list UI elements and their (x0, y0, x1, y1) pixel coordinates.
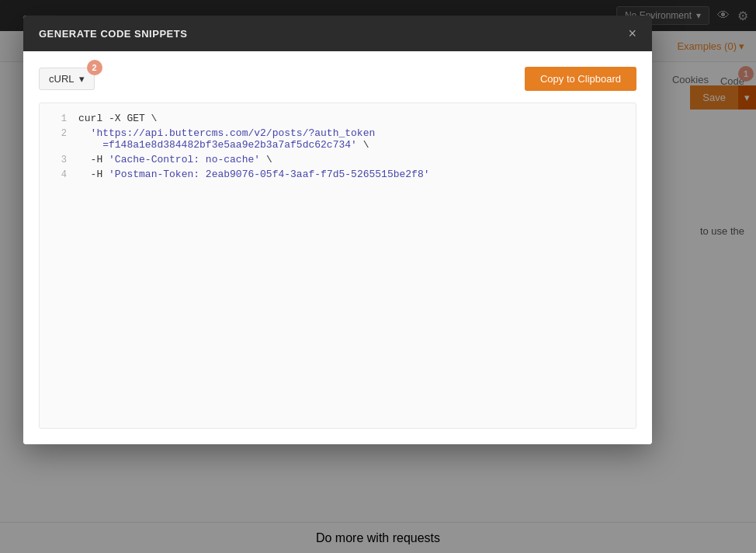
modal-toolbar: cURL ▾ 2 Copy to Clipboard (39, 67, 636, 91)
line-number-1: 1 (40, 113, 78, 124)
lang-chevron-icon: ▾ (79, 73, 85, 85)
badge-2: 2 (87, 60, 102, 75)
line-content-2: 'https://api.buttercms.com/v2/posts/?aut… (78, 127, 636, 151)
language-label: cURL (49, 73, 75, 85)
modal-header: GENERATE CODE SNIPPETS × (23, 16, 652, 51)
language-selector-button[interactable]: cURL ▾ (39, 68, 95, 90)
modal-close-button[interactable]: × (628, 26, 636, 40)
line-number-3: 3 (40, 154, 78, 165)
code-line-1: 1 curl -X GET \ (40, 103, 636, 126)
modal-body: cURL ▾ 2 Copy to Clipboard 1 curl -X GET… (23, 51, 652, 444)
line-content-3: -H 'Cache-Control: no-cache' \ (78, 154, 636, 165)
code-snippet-container: 1 curl -X GET \ 2 'https://api.buttercms… (39, 103, 636, 429)
code-line-2: 2 'https://api.buttercms.com/v2/posts/?a… (40, 126, 636, 152)
line-content-4: -H 'Postman-Token: 2eab9076-05f4-3aaf-f7… (78, 169, 636, 180)
copy-to-clipboard-button[interactable]: Copy to Clipboard (525, 67, 636, 91)
line-content-1: curl -X GET \ (78, 113, 636, 124)
modal-title: GENERATE CODE SNIPPETS (39, 28, 187, 40)
line-number-2: 2 (40, 127, 78, 139)
generate-code-snippets-modal: GENERATE CODE SNIPPETS × cURL ▾ 2 Copy t… (23, 16, 652, 444)
language-selector-wrapper: cURL ▾ 2 (39, 68, 95, 90)
line-number-4: 4 (40, 169, 78, 180)
code-line-4: 4 -H 'Postman-Token: 2eab9076-05f4-3aaf-… (40, 167, 636, 182)
code-line-3: 3 -H 'Cache-Control: no-cache' \ (40, 152, 636, 167)
